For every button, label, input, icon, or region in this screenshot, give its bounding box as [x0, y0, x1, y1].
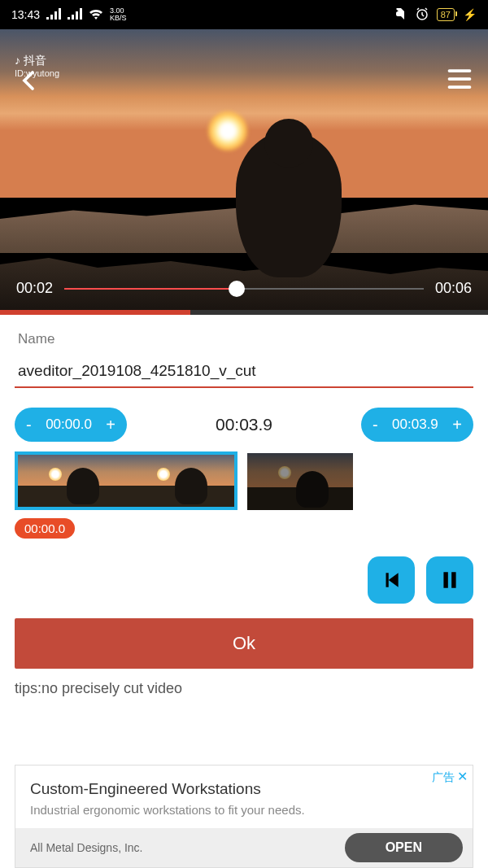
- end-time-control: - 00:03.9 +: [361, 408, 473, 442]
- current-time: 00:02: [16, 280, 53, 297]
- start-minus-button[interactable]: -: [26, 416, 32, 434]
- ad-open-button[interactable]: OPEN: [345, 833, 463, 862]
- thumbnail-1[interactable]: [18, 455, 126, 507]
- menu-button[interactable]: [447, 68, 472, 93]
- video-frame: [0, 29, 488, 310]
- ad-title: Custom-Engineered Workstations: [15, 765, 473, 803]
- signal-4g-icon: [46, 8, 61, 22]
- tips-text: tips:no precisely cut video: [15, 680, 473, 697]
- charging-icon: ⚡: [463, 8, 477, 21]
- mute-icon: [394, 7, 407, 23]
- battery-icon: 87: [437, 8, 455, 21]
- skip-previous-button[interactable]: [368, 556, 415, 604]
- cut-progress-indicator: [0, 310, 488, 315]
- alarm-icon: [416, 7, 429, 23]
- ad-banner[interactable]: 广告✕ Custom-Engineered Workstations Indus…: [15, 765, 473, 868]
- position-badge: 00:00.0: [15, 518, 75, 539]
- signal-4g2-icon: [68, 8, 82, 22]
- name-input[interactable]: [15, 355, 473, 388]
- seekbar-thumb[interactable]: [229, 281, 245, 297]
- duration-value: 00:03.9: [216, 415, 272, 434]
- thumbnail-2[interactable]: [126, 455, 234, 507]
- pause-button[interactable]: [426, 556, 473, 604]
- start-time-control: - 00:00.0 +: [15, 408, 127, 442]
- wifi-icon: [89, 8, 103, 22]
- ad-label: 广告✕: [432, 769, 468, 785]
- clock: 13:43: [11, 8, 40, 21]
- ad-description: Industrial ergonomic workstations to fit…: [15, 803, 473, 828]
- end-minus-button[interactable]: -: [373, 416, 378, 434]
- video-seekbar[interactable]: [64, 288, 424, 290]
- back-button[interactable]: [16, 68, 41, 96]
- ad-company: All Metal Designs, Inc.: [30, 841, 143, 854]
- end-time-value: 00:03.9: [392, 417, 438, 433]
- end-plus-button[interactable]: +: [452, 416, 462, 434]
- status-bar: 13:43 3.00KB/S 87 ⚡: [0, 0, 488, 29]
- video-controls: 00:02 00:06: [0, 280, 488, 297]
- thumbnail-3[interactable]: [247, 453, 353, 510]
- start-time-value: 00:00.0: [46, 417, 92, 433]
- total-time: 00:06: [435, 280, 472, 297]
- ok-button[interactable]: Ok: [15, 618, 473, 669]
- name-label: Name: [18, 331, 473, 347]
- timeline-thumbnails[interactable]: [15, 451, 473, 510]
- net-speed: 3.00KB/S: [110, 7, 127, 22]
- video-player[interactable]: ♪ 抖音 ID:wyutong 00:02 00:06: [0, 29, 488, 310]
- ad-close-button[interactable]: ✕: [457, 770, 468, 783]
- start-plus-button[interactable]: +: [106, 416, 115, 434]
